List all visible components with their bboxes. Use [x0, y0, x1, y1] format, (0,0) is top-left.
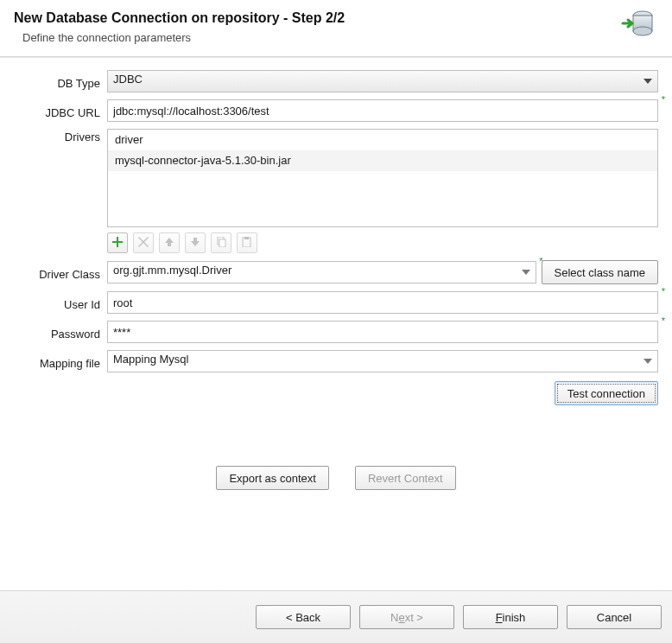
- wizard-banner: New Database Connection on repository - …: [0, 0, 672, 56]
- copy-icon: [216, 237, 226, 250]
- move-down-button[interactable]: [185, 232, 206, 253]
- required-asterisk: *: [662, 315, 665, 326]
- chevron-down-icon: [643, 79, 652, 84]
- add-button[interactable]: [107, 232, 128, 253]
- move-up-button[interactable]: [159, 232, 180, 253]
- svg-rect-6: [244, 237, 249, 239]
- password-input[interactable]: [107, 321, 658, 343]
- cancel-button[interactable]: Cancel: [567, 605, 662, 629]
- revert-context-button[interactable]: Revert Context: [355, 466, 456, 490]
- driverclass-value: org.gjt.mm.mysql.Driver: [113, 264, 231, 277]
- required-asterisk: *: [539, 256, 542, 266]
- wizard-footer: < Back Next > Finish Cancel: [0, 590, 672, 643]
- mappingfile-combo[interactable]: Mapping Mysql: [107, 350, 658, 372]
- arrow-down-icon: [190, 237, 200, 250]
- paste-button[interactable]: [237, 232, 257, 253]
- dbtype-label: DB Type: [57, 73, 100, 90]
- export-as-context-button[interactable]: Export as context: [216, 466, 328, 490]
- finish-button[interactable]: Finish: [463, 605, 558, 629]
- wizard-title: New Database Connection on repository - …: [14, 10, 658, 26]
- driverclass-label: Driver Class: [39, 264, 100, 281]
- userid-input[interactable]: [107, 291, 658, 314]
- svg-point-2: [633, 27, 652, 35]
- list-item[interactable]: driver: [108, 130, 657, 150]
- drivers-list[interactable]: driver mysql-connector-java-5.1.30-bin.j…: [107, 129, 658, 227]
- wizard-dialog: { "banner": { "title": "New Database Con…: [0, 0, 672, 643]
- x-icon: [138, 237, 149, 250]
- remove-button[interactable]: [133, 232, 154, 253]
- drivers-label: Drivers: [65, 129, 100, 143]
- drivers-toolbar: [107, 232, 658, 253]
- jdbcurl-input[interactable]: [107, 99, 658, 122]
- test-connection-button[interactable]: Test connection: [555, 381, 658, 405]
- arrow-up-icon: [164, 237, 174, 250]
- select-class-name-button[interactable]: Select class name: [542, 260, 659, 284]
- mappingfile-label: Mapping file: [40, 353, 100, 370]
- plus-icon: [112, 237, 123, 250]
- dbtype-value: JDBC: [113, 73, 143, 86]
- required-asterisk: *: [662, 286, 665, 296]
- wizard-icon: [620, 9, 655, 41]
- driverclass-combo[interactable]: org.gjt.mm.mysql.Driver: [107, 261, 536, 283]
- jdbcurl-label: JDBC URL: [45, 103, 100, 119]
- mappingfile-value: Mapping Mysql: [113, 353, 188, 366]
- dbtype-select[interactable]: JDBC: [107, 70, 658, 92]
- chevron-down-icon: [643, 359, 652, 364]
- password-label: Password: [51, 324, 100, 341]
- list-item[interactable]: mysql-connector-java-5.1.30-bin.jar: [108, 150, 657, 171]
- next-button[interactable]: Next >: [359, 605, 454, 629]
- back-button[interactable]: < Back: [256, 605, 351, 629]
- userid-label: User Id: [64, 295, 100, 311]
- wizard-subtitle: Define the connection parameters: [22, 31, 658, 44]
- copy-button[interactable]: [211, 232, 231, 253]
- svg-rect-4: [219, 239, 225, 247]
- required-asterisk: *: [662, 94, 665, 105]
- chevron-down-icon: [522, 270, 530, 275]
- paste-icon: [242, 237, 252, 250]
